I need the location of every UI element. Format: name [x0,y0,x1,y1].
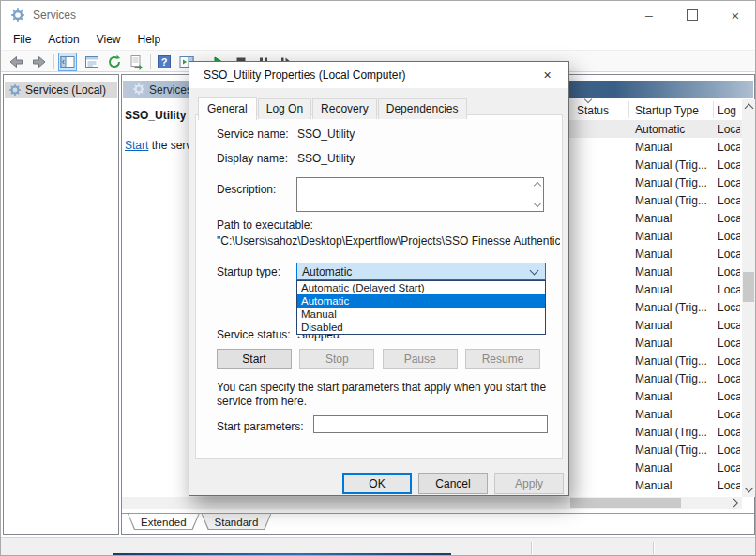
startup-type-combobox[interactable]: Automatic [296,263,546,280]
scroll-up-button[interactable] [742,99,755,114]
horizontal-scroll-thumb[interactable] [570,498,681,508]
console-tree-panel: Services (Local) [3,74,119,535]
cell-log-on-as: Loca [718,176,740,189]
service-control-buttons: StartStopPauseResume [217,349,540,369]
cell-startup-type: Manual (Trig... [635,426,707,439]
properties-icon [83,53,100,70]
cell-log-on-as: Loca [718,265,740,278]
scroll-right-button[interactable] [727,497,742,509]
cell-log-on-as: Loca [718,194,740,207]
selected-service-title: SSO_Utility [125,109,186,122]
cell-log-on-as: Loca [718,354,740,368]
close-button[interactable]: × [714,1,756,29]
export-list-button[interactable] [128,53,146,71]
cell-log-on-as: Loca [718,337,740,350]
dialog-close-icon: × [543,68,551,83]
cell-startup-type: Manual [635,337,672,350]
minimize-button[interactable]: – [627,1,671,29]
cell-log-on-as: Loca [718,158,740,172]
column-header-startup-type[interactable]: Startup Type [635,104,699,117]
textarea-scroll-up-icon[interactable] [534,182,541,189]
dialog-tab[interactable]: Dependencies [378,98,467,119]
cell-log-on-as: Loca [718,141,740,154]
cell-log-on-as: Loca [718,461,740,474]
startup-type-dropdown-list: Automatic (Delayed Start)AutomaticManual… [296,280,546,335]
back-button[interactable] [7,53,25,71]
column-header-log-on-as[interactable]: Log [718,104,736,117]
cell-startup-type: Manual [635,230,672,243]
cell-log-on-as: Loca [718,479,740,492]
cell-log-on-as: Loca [718,212,740,225]
menu-item[interactable]: File [5,30,39,49]
vertical-scroll-thumb[interactable] [743,272,754,302]
help-button[interactable]: ? [155,53,174,71]
description-textarea[interactable] [296,177,544,212]
dialog-tab[interactable]: Log On [258,98,311,119]
menu-item[interactable]: View [88,30,129,49]
cell-log-on-as: Loca [718,426,740,439]
service-control-button[interactable]: Start [217,349,292,369]
back-arrow-icon [8,53,24,70]
refresh-button[interactable] [105,53,124,71]
cell-startup-type: Manual (Trig... [635,194,707,207]
chevron-right-icon [729,499,738,508]
cell-log-on-as: Loca [718,408,740,421]
textarea-scroll-down-icon[interactable] [534,200,541,207]
cell-startup-type: Manual [635,319,672,332]
dropdown-option[interactable]: Automatic [297,294,545,308]
view-tab[interactable]: Standard [202,514,272,530]
combobox-value: Automatic [302,265,352,278]
dialog-titlebar: SSO_Utility Properties (Local Computer) … [189,62,568,88]
services-window: Services – × FileActionViewHelp ? Servic… [0,0,756,556]
close-icon: × [732,8,740,23]
maximize-button[interactable] [671,1,714,29]
console-tree-toggle-button[interactable] [58,53,77,71]
dialog-tab[interactable]: Recovery [312,98,377,119]
ok-button[interactable]: OK [342,473,412,494]
column-header-status[interactable]: Status [577,104,609,117]
cell-startup-type: Manual (Trig... [635,443,707,457]
maximize-icon [687,9,698,21]
service-control-button[interactable]: Resume [465,349,540,369]
cell-startup-type: Manual (Trig... [635,301,707,314]
horizontal-scrollbar[interactable] [122,497,742,509]
services-node-icon [8,83,22,97]
cell-log-on-as: Loca [718,372,740,385]
cell-log-on-as: Loca [718,230,740,243]
cell-startup-type: Manual [635,265,672,278]
vertical-scrollbar[interactable] [742,99,755,497]
cancel-button[interactable]: Cancel [418,473,488,494]
scroll-down-button[interactable] [742,482,755,497]
service-control-button[interactable]: Pause [383,349,458,369]
dialog-tab[interactable]: General [198,97,257,120]
banner-gear-icon [132,83,145,96]
dropdown-option[interactable]: Disabled [297,321,545,334]
forward-button[interactable] [30,53,49,71]
chevron-up-icon [744,104,753,113]
forward-arrow-icon [31,53,48,70]
menu-item[interactable]: Action [39,30,87,49]
dialog-tabs: GeneralLog OnRecoveryDependencies [198,97,468,119]
chevron-down-icon [744,484,753,493]
export-list-icon [129,53,145,70]
start-parameters-label: Start parameters: [217,420,304,433]
apply-button[interactable]: Apply [494,473,564,494]
start-service-link[interactable]: Start [125,139,148,152]
cell-startup-type: Automatic [635,123,685,136]
dialog-title: SSO_Utility Properties (Local Computer) [204,68,405,82]
menu-item[interactable]: Help [129,30,170,49]
service-control-button[interactable]: Stop [299,349,374,369]
tree-item-services-local[interactable]: Services (Local) [5,82,117,98]
cell-log-on-as: Loca [718,123,740,136]
dropdown-option[interactable]: Automatic (Delayed Start) [297,281,545,294]
cell-startup-type: Manual [635,479,672,492]
properties-dialog: SSO_Utility Properties (Local Computer) … [189,61,569,496]
minimize-icon: – [645,8,653,23]
view-tab[interactable]: Extended [128,514,200,530]
dialog-close-button[interactable]: × [526,62,568,88]
start-parameters-input[interactable] [313,415,548,433]
console-tree-icon [59,53,76,70]
cell-startup-type: Manual [635,212,672,225]
properties-button[interactable] [83,53,101,71]
dropdown-option[interactable]: Manual [297,308,545,321]
